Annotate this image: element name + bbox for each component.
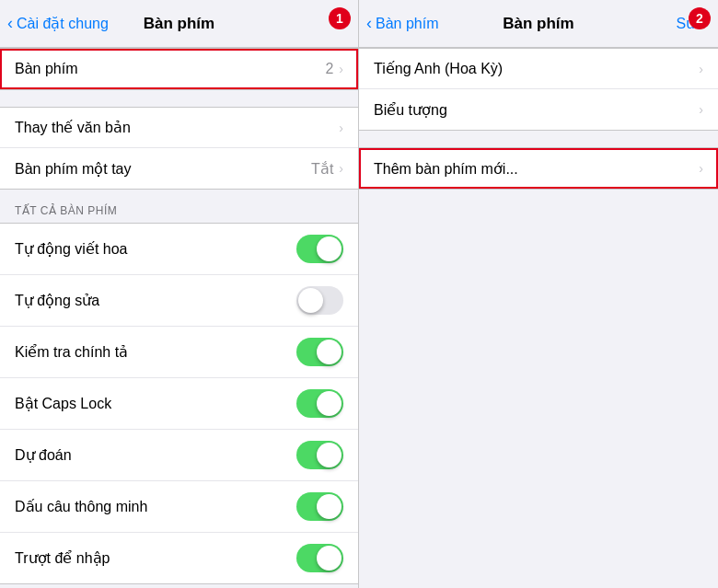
all-keyboards-label: TẤT CẢ BÀN PHÍM bbox=[0, 190, 358, 223]
right-nav-bar: ‹ Bàn phím Bàn phím Sửa 2 bbox=[359, 0, 718, 48]
left-back-button[interactable]: ‹ Cài đặt chung bbox=[7, 14, 109, 33]
toggle-item-4[interactable]: Dự đoán bbox=[0, 430, 358, 481]
toggle-switch-3[interactable] bbox=[296, 389, 343, 418]
annotation-badge-1: 1 bbox=[329, 7, 351, 29]
one-hand-label: Bàn phím một tay bbox=[15, 160, 311, 178]
toggle-label-2: Kiểm tra chính tả bbox=[15, 343, 296, 361]
add-keyboard-row[interactable]: Thêm bàn phím mới... › bbox=[359, 148, 718, 189]
spacer-1 bbox=[0, 90, 358, 107]
toggle-label-3: Bật Caps Lock bbox=[15, 395, 296, 412]
add-keyboard-chevron: › bbox=[699, 161, 703, 176]
keyboard-row[interactable]: Bàn phím 2 › bbox=[0, 49, 358, 89]
right-item-label-0: Tiếng Anh (Hoa Kỳ) bbox=[374, 60, 699, 77]
left-panel: ‹ Cài đặt chung Bàn phím 1 Bàn phím 2 › … bbox=[0, 0, 359, 588]
right-back-chevron: ‹ bbox=[366, 14, 372, 33]
right-panel: ‹ Bàn phím Bàn phím Sửa 2 Tiếng Anh (Hoa… bbox=[359, 0, 718, 588]
toggles-group: Tự động viết hoa Tự động sửa Kiểm tra ch… bbox=[0, 223, 358, 584]
right-item-0[interactable]: Tiếng Anh (Hoa Kỳ) › bbox=[359, 49, 718, 89]
keyboard-row-chevron: › bbox=[339, 62, 343, 76]
one-hand-chevron: › bbox=[339, 161, 343, 176]
right-back-label: Bàn phím bbox=[376, 16, 438, 32]
annotation-badge-2: 2 bbox=[689, 7, 711, 29]
toggle-switch-0[interactable] bbox=[296, 235, 343, 263]
toggle-switch-6[interactable] bbox=[296, 544, 343, 572]
left-back-label: Cài đặt chung bbox=[17, 15, 109, 32]
toggle-switch-2[interactable] bbox=[296, 338, 343, 366]
toggle-label-4: Dự đoán bbox=[15, 446, 296, 464]
replace-text-chevron: › bbox=[339, 121, 343, 135]
replace-text-row[interactable]: Thay thế văn bản › bbox=[0, 108, 358, 148]
toggle-switch-4[interactable] bbox=[296, 441, 343, 469]
right-nav-title: Bàn phím bbox=[503, 15, 573, 33]
toggle-label-1: Tự động sửa bbox=[15, 292, 296, 309]
right-item-chevron-0: › bbox=[699, 62, 703, 76]
toggle-item-6[interactable]: Trượt để nhập bbox=[0, 533, 358, 583]
toggle-label-0: Tự động viết hoa bbox=[15, 240, 296, 258]
left-nav-title: Bàn phím bbox=[144, 15, 214, 33]
right-back-button[interactable]: ‹ Bàn phím bbox=[366, 14, 438, 33]
toggle-item-2[interactable]: Kiểm tra chính tả bbox=[0, 327, 358, 378]
toggle-switch-1[interactable] bbox=[296, 286, 343, 315]
toggle-item-1[interactable]: Tự động sửa bbox=[0, 275, 358, 327]
keyboard-row-value: 2 bbox=[325, 61, 333, 77]
keyboard-row-label: Bàn phím bbox=[15, 61, 325, 77]
right-item-1[interactable]: Biểu tượng › bbox=[359, 89, 718, 130]
add-keyboard-group: Thêm bàn phím mới... › bbox=[359, 147, 718, 190]
toggle-switch-5[interactable] bbox=[296, 492, 343, 521]
one-hand-value: Tắt bbox=[311, 160, 333, 178]
right-item-chevron-1: › bbox=[699, 102, 703, 117]
right-keyboards-group: Tiếng Anh (Hoa Kỳ) › Biểu tượng › bbox=[359, 48, 718, 131]
left-nav-bar: ‹ Cài đặt chung Bàn phím 1 bbox=[0, 0, 358, 48]
toggle-item-5[interactable]: Dấu câu thông minh bbox=[0, 481, 358, 533]
replace-text-label: Thay thế văn bản bbox=[15, 119, 339, 136]
toggle-label-5: Dấu câu thông minh bbox=[15, 498, 296, 515]
right-spacer-1 bbox=[359, 131, 718, 147]
toggle-label-6: Trượt để nhập bbox=[15, 549, 296, 567]
toggle-item-0[interactable]: Tự động viết hoa bbox=[0, 224, 358, 275]
right-item-label-1: Biểu tượng bbox=[374, 101, 699, 119]
toggle-item-3[interactable]: Bật Caps Lock bbox=[0, 378, 358, 430]
left-back-chevron: ‹ bbox=[7, 14, 13, 33]
add-keyboard-label: Thêm bàn phím mới... bbox=[374, 160, 699, 178]
one-hand-row[interactable]: Bàn phím một tay Tắt › bbox=[0, 148, 358, 189]
group-text-options: Thay thế văn bản › Bàn phím một tay Tắt … bbox=[0, 107, 358, 190]
